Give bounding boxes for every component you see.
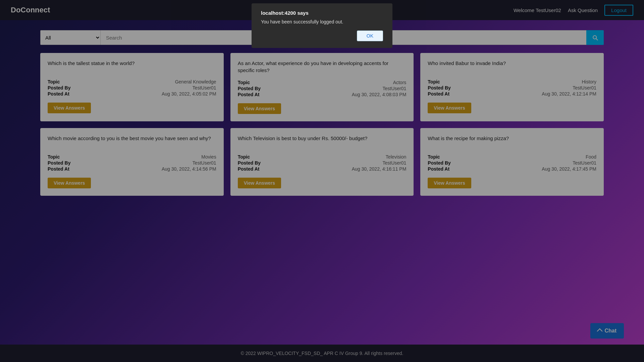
dialog-overlay: localhost:4200 says You have been succes… <box>0 0 644 362</box>
dialog-ok-button[interactable]: OK <box>357 31 383 41</box>
dialog-message: You have been successfully logged out. <box>261 19 383 24</box>
dialog-title: localhost:4200 says <box>261 10 383 16</box>
dialog-box: localhost:4200 says You have been succes… <box>252 3 392 48</box>
